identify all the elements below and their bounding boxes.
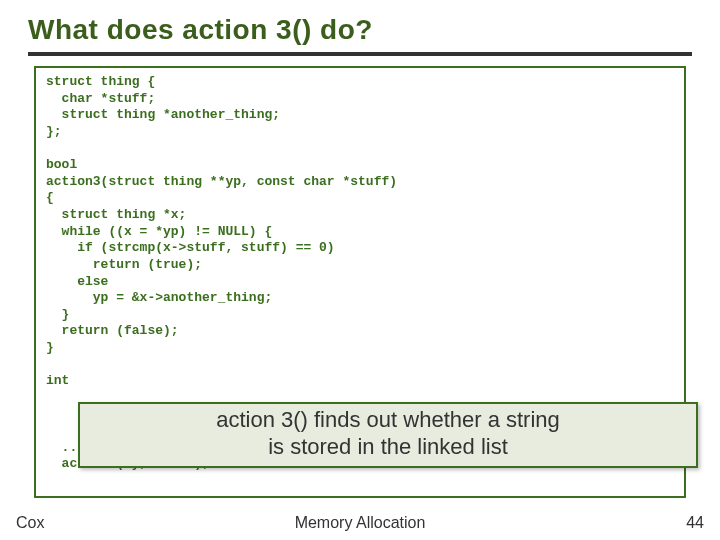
overlay-line-2: is stored in the linked list bbox=[88, 434, 688, 461]
answer-overlay: action 3() finds out whether a string is… bbox=[78, 402, 698, 468]
overlay-line-1: action 3() finds out whether a string bbox=[88, 407, 688, 434]
footer-topic: Memory Allocation bbox=[0, 514, 720, 532]
slide-title: What does action 3() do? bbox=[28, 14, 692, 46]
page-number: 44 bbox=[686, 514, 704, 532]
slide: What does action 3() do? struct thing { … bbox=[0, 0, 720, 540]
title-underline bbox=[28, 52, 692, 56]
